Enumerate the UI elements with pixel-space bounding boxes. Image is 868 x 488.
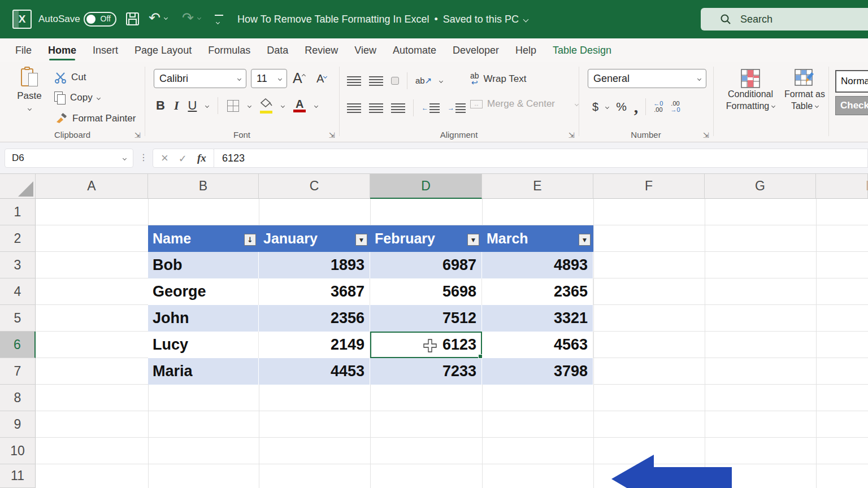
cell-D4[interactable]: 5698 [370,278,482,305]
accounting-dropdown-icon[interactable] [605,104,609,108]
merge-center-button[interactable]: ↔ Merge & Center [470,98,578,110]
undo-icon[interactable]: ↶ [149,11,160,25]
increase-font-button[interactable]: A [293,70,305,86]
row-header-7[interactable]: 7 [0,358,36,385]
tab-formulas[interactable]: Formulas [208,38,250,62]
underline-button[interactable]: U [188,98,197,113]
orientation-dropdown-icon[interactable] [439,79,443,82]
tab-help[interactable]: Help [515,38,536,62]
font-color-dropdown-icon[interactable] [314,103,318,107]
fill-color-dropdown-icon[interactable] [281,103,285,107]
copy-button[interactable]: Copy [54,91,100,104]
number-dialog-launcher[interactable]: ⇲ [703,131,709,140]
cell-style-normal[interactable]: Normal [835,70,868,93]
title-dropdown-icon[interactable] [523,16,528,22]
column-header-d[interactable]: D [370,174,482,199]
tab-view[interactable]: View [354,38,376,62]
tab-automate[interactable]: Automate [393,38,436,62]
borders-dropdown-icon[interactable] [248,103,251,107]
row-header-3[interactable]: 3 [0,252,36,278]
formula-bar-options-icon[interactable]: ⋮ [139,152,148,163]
table-header-january[interactable]: January ▼ [259,225,370,252]
decrease-indent-button[interactable]: ← [422,103,440,113]
wrap-text-button[interactable]: ab↩ Wrap Text [470,72,526,86]
format-painter-button[interactable]: Format Painter [54,113,136,124]
insert-function-icon[interactable]: fx [197,152,206,164]
tab-data[interactable]: Data [267,38,288,62]
table-header-name[interactable]: Name ↓ [148,225,259,252]
align-middle-icon[interactable] [369,76,383,86]
customize-quick-access-icon[interactable] [215,15,223,26]
name-box[interactable]: D6 [5,149,133,168]
cell-C4[interactable]: 3687 [259,278,370,305]
alignment-dialog-launcher[interactable]: ⇲ [568,131,575,140]
tab-file[interactable]: File [15,38,32,62]
cell-B3[interactable]: Bob [148,252,259,278]
cell-E6[interactable]: 4563 [482,332,593,358]
filter-sort-button-name[interactable]: ↓ [244,234,256,246]
filter-button-january[interactable]: ▼ [355,234,367,246]
row-header-2[interactable]: 2 [0,225,36,252]
row-header-6[interactable]: 6 [0,332,36,358]
filter-button-march[interactable]: ▼ [579,234,591,246]
tab-page-layout[interactable]: Page Layout [134,38,192,62]
paste-button[interactable]: Paste [9,67,50,113]
cell-E7[interactable]: 3798 [482,358,593,385]
conditional-formatting-button[interactable]: Conditional Formatting [721,69,780,112]
cell-B4[interactable]: George [148,278,259,305]
cell-C5[interactable]: 2356 [259,305,370,332]
row-header-4[interactable]: 4 [0,278,36,305]
align-center-icon[interactable] [369,103,383,113]
increase-indent-button[interactable]: → [448,103,466,113]
tab-review[interactable]: Review [305,38,338,62]
redo-dropdown-icon[interactable] [197,16,201,20]
italic-button[interactable]: I [174,98,179,113]
cell-B5[interactable]: John [148,305,259,332]
table-header-march[interactable]: March ▼ [482,225,593,252]
filter-button-february[interactable]: ▼ [467,234,479,246]
accounting-format-button[interactable]: $ [592,101,598,114]
column-header-g[interactable]: G [705,174,816,199]
row-header-9[interactable]: 9 [0,411,36,438]
align-bottom-button[interactable] [391,77,399,85]
column-header-f[interactable]: F [593,174,705,199]
table-header-february[interactable]: February ▼ [370,225,482,252]
number-format-combo[interactable]: General [588,69,706,88]
merge-dropdown-icon[interactable] [575,102,579,106]
tab-insert[interactable]: Insert [93,38,118,62]
tab-table-design[interactable]: Table Design [553,38,611,62]
borders-icon[interactable] [227,100,239,112]
align-left-icon[interactable] [347,103,361,113]
decrease-decimal-button[interactable]: .00→0 [670,101,680,113]
redo-icon[interactable]: ↷ [182,11,194,25]
column-header-h[interactable]: H [816,174,868,199]
cell-C3[interactable]: 1893 [259,252,370,278]
font-color-button[interactable]: A [293,99,306,112]
undo-dropdown-icon[interactable] [164,16,168,20]
column-header-e[interactable]: E [482,174,593,199]
row-header-11[interactable]: 11 [0,464,36,488]
column-header-b[interactable]: B [148,174,259,199]
align-top-icon[interactable] [347,76,361,86]
tab-home[interactable]: Home [48,38,76,62]
format-as-table-button[interactable]: Format as Table [781,69,828,112]
enter-icon[interactable]: ✓ [179,152,187,164]
select-all-button[interactable] [0,174,36,199]
cell-C7[interactable]: 4453 [259,358,370,385]
orientation-button[interactable]: ab↗ [415,76,432,86]
cell-D5[interactable]: 7512 [370,305,482,332]
cancel-icon[interactable]: × [161,151,168,165]
fill-color-button[interactable] [260,98,272,114]
autosave-toggle[interactable]: Off [84,12,116,27]
cell-C6[interactable]: 2149 [259,332,370,358]
cell-B6[interactable]: Lucy [148,332,259,358]
comma-style-button[interactable]: , [634,103,639,111]
increase-decimal-button[interactable]: ←0.00 [653,101,663,113]
fill-handle[interactable] [478,354,483,359]
cell-style-check[interactable]: Check [835,96,868,115]
font-name-combo[interactable]: Calibri [154,69,246,88]
tab-developer[interactable]: Developer [453,38,499,62]
clipboard-dialog-launcher[interactable]: ⇲ [134,131,141,140]
font-size-combo[interactable]: 11 [251,69,287,88]
row-header-1[interactable]: 1 [0,199,36,225]
